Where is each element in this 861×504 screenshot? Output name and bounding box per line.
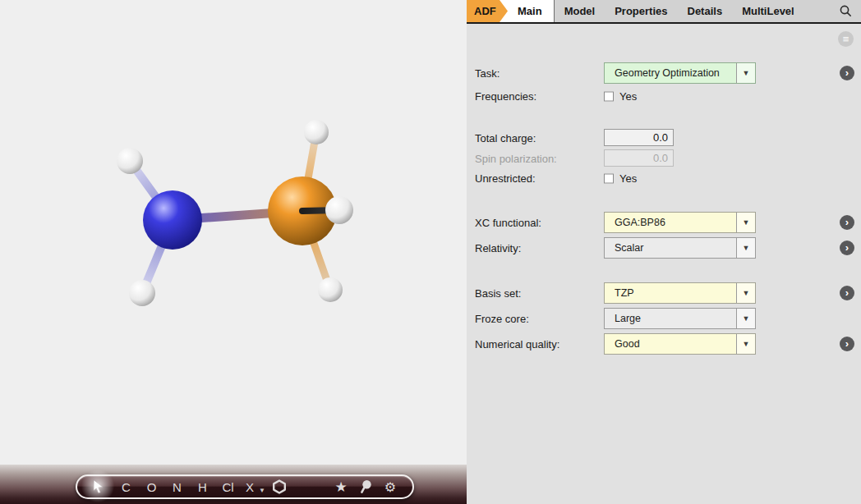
input-panel: ADF Main Model Properties Details MultiL… [467, 0, 861, 504]
frequencies-checkbox-label: Yes [619, 90, 637, 103]
star-icon: ★ [334, 479, 347, 496]
element-button-cl[interactable]: Cl [215, 476, 241, 497]
tab-main-label: Main [518, 5, 542, 17]
row-total-charge: Total charge: [475, 129, 853, 146]
row-froze-core: Froze core: Large ▼ [475, 308, 853, 329]
atom-h[interactable] [325, 196, 353, 224]
atom-h[interactable] [129, 280, 155, 306]
row-frequencies: Frequencies: Yes [475, 89, 853, 103]
panel-menu-button[interactable]: ≡ [838, 31, 854, 47]
row-task: Task: Geometry Optimization ▼ [475, 62, 853, 84]
structures-tool-button[interactable]: ★ [329, 476, 353, 497]
optimize-tool-button[interactable] [353, 476, 378, 497]
element-button-h[interactable]: H [190, 476, 215, 497]
total-charge-input[interactable] [604, 129, 674, 146]
unrestricted-label: Unrestricted: [475, 172, 536, 185]
active-tool-glow [81, 469, 115, 503]
hamburger-icon: ≡ [843, 34, 849, 44]
chevron-right-icon: › [845, 242, 849, 253]
basis-set-label: Basis set: [475, 287, 521, 300]
search-button[interactable] [839, 4, 853, 18]
xc-functional-label: XC functional: [475, 217, 541, 229]
element-button-n[interactable]: N [164, 476, 190, 497]
row-spin-polarization: Spin polarization: [475, 149, 853, 167]
chevron-right-icon: › [845, 287, 849, 298]
task-select[interactable]: Geometry Optimization ▼ [604, 62, 756, 84]
numerical-quality-label: Numerical quality: [475, 338, 559, 351]
ring-tool-button[interactable] [267, 476, 292, 497]
panel-tab-bar: ADF Main Model Properties Details MultiL… [467, 0, 861, 24]
molecule-viewer[interactable]: CONHClX▼ ★ ⚙ [0, 0, 467, 504]
row-relativity: Relativity: Scalar ▼ [475, 237, 853, 259]
gear-icon: ⚙ [384, 479, 396, 495]
hexagon-ring-icon [272, 479, 287, 494]
task-label: Task: [475, 67, 500, 80]
secondary-tabs: Model Properties Details MultiLevel [554, 0, 861, 22]
unrestricted-checkbox[interactable] [604, 173, 614, 183]
relativity-select[interactable]: Scalar ▼ [604, 237, 756, 259]
tab-properties[interactable]: Properties [615, 5, 667, 17]
dropdown-arrow-icon[interactable]: ▼ [736, 283, 755, 303]
spin-polarization-label: Spin polarization: [475, 152, 557, 164]
xc-functional-details-button[interactable]: › [840, 215, 854, 230]
search-icon [839, 4, 853, 18]
total-charge-label: Total charge: [475, 131, 536, 144]
element-button-x[interactable]: X [241, 476, 259, 497]
select-tool-button[interactable] [87, 476, 108, 497]
frequencies-label: Frequencies: [475, 90, 536, 103]
relativity-value: Scalar [605, 238, 736, 258]
task-value: Geometry Optimization [605, 63, 736, 83]
task-details-button[interactable]: › [840, 66, 854, 80]
atom-n[interactable] [143, 190, 202, 250]
atom-h[interactable] [304, 120, 329, 144]
atom-h[interactable] [318, 277, 343, 302]
atom-h[interactable] [117, 148, 143, 174]
chevron-right-icon: › [845, 67, 849, 78]
row-unrestricted: Unrestricted: Yes [475, 171, 853, 186]
settings-tool-button[interactable]: ⚙ [378, 476, 403, 497]
tab-multilevel[interactable]: MultiLevel [742, 5, 794, 17]
builder-toolbar: CONHClX▼ ★ ⚙ [76, 474, 414, 499]
element-tool-group: CONHClX▼ [113, 476, 267, 497]
froze-core-value: Large [605, 309, 736, 328]
element-dropdown-arrow-icon[interactable]: ▼ [259, 487, 265, 494]
chevron-right-icon: › [845, 217, 849, 227]
tab-main[interactable]: Main [508, 0, 554, 22]
dropdown-arrow-icon[interactable]: ▼ [736, 63, 755, 83]
basis-set-select[interactable]: TZP ▼ [604, 282, 756, 304]
basis-set-value: TZP [605, 283, 736, 303]
relativity-label: Relativity: [475, 242, 521, 254]
row-basis-set: Basis set: TZP ▼ [475, 282, 853, 304]
element-button-o[interactable]: O [139, 476, 164, 497]
froze-core-label: Froze core: [475, 313, 529, 325]
tab-model[interactable]: Model [564, 5, 596, 17]
dropdown-arrow-icon[interactable]: ▼ [736, 213, 755, 232]
tab-details[interactable]: Details [688, 5, 723, 17]
relativity-details-button[interactable]: › [840, 241, 854, 255]
tab-adf-label: ADF [474, 5, 496, 17]
numerical-quality-details-button[interactable]: › [840, 337, 854, 351]
dropdown-arrow-icon[interactable]: ▼ [736, 238, 755, 258]
numerical-quality-value: Good [605, 334, 736, 354]
spin-polarization-input [604, 149, 674, 167]
dropdown-arrow-icon[interactable]: ▼ [736, 309, 755, 328]
xc-functional-select[interactable]: GGA:BP86 ▼ [604, 212, 756, 233]
viewer-bottom-bar: CONHClX▼ ★ ⚙ [0, 465, 467, 504]
basis-set-details-button[interactable]: › [840, 286, 854, 300]
row-numerical-quality: Numerical quality: Good ▼ [475, 333, 853, 355]
frequencies-checkbox[interactable] [604, 91, 614, 101]
froze-core-select[interactable]: Large ▼ [604, 308, 756, 329]
unrestricted-checkbox-label: Yes [619, 172, 637, 185]
molecule-svg[interactable] [0, 0, 467, 466]
dropdown-arrow-icon[interactable]: ▼ [736, 334, 755, 354]
chevron-right-icon: › [845, 338, 849, 349]
balloon-wand-icon [359, 479, 372, 494]
numerical-quality-select[interactable]: Good ▼ [604, 333, 756, 355]
xc-functional-value: GGA:BP86 [605, 213, 736, 232]
element-button-c[interactable]: C [113, 476, 139, 497]
tab-adf[interactable]: ADF [467, 0, 508, 22]
row-xc-functional: XC functional: GGA:BP86 ▼ [475, 212, 853, 233]
